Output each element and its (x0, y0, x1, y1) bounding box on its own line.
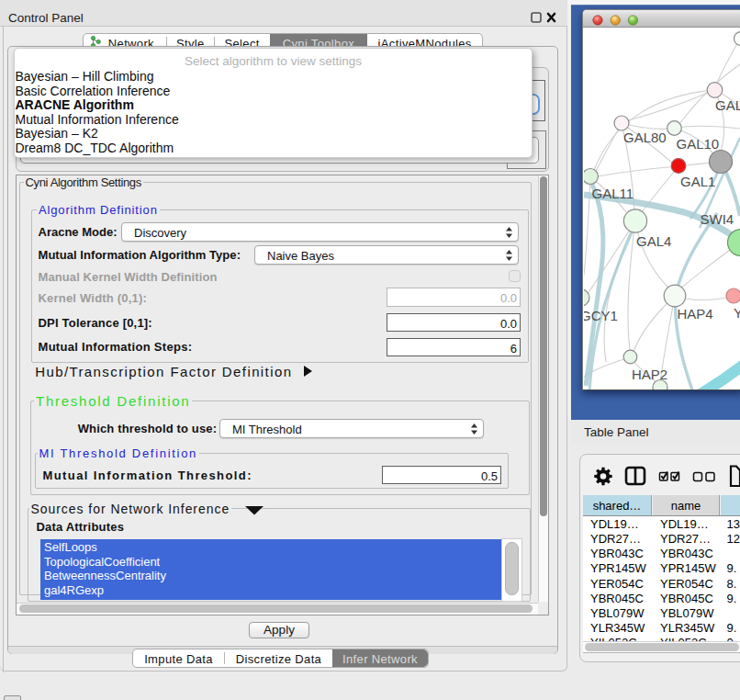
svg-text:GCY1: GCY1 (584, 308, 618, 323)
svg-text:HAP4: HAP4 (678, 306, 713, 322)
svg-text:GAL10: GAL10 (677, 136, 720, 152)
svg-text:GAL80: GAL80 (623, 130, 667, 145)
svg-text:GAL2: GAL2 (715, 97, 740, 113)
svg-text:GAL11: GAL11 (592, 186, 634, 201)
svg-text:GAL4: GAL4 (636, 233, 671, 249)
svg-text:Y: Y (734, 305, 740, 321)
svg-text:GAL1: GAL1 (680, 174, 715, 189)
svg-text:HAP2: HAP2 (632, 367, 667, 382)
svg-text:SWI4: SWI4 (701, 211, 734, 227)
